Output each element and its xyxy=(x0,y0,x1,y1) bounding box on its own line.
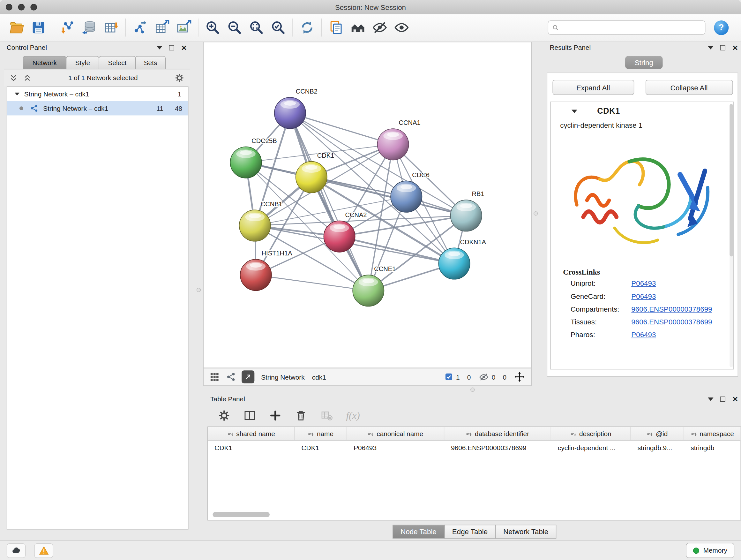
add-column-icon[interactable] xyxy=(269,409,281,422)
zoom-in-button[interactable] xyxy=(202,17,223,38)
show-all-button[interactable] xyxy=(391,17,412,38)
import-table-icon xyxy=(104,20,119,35)
memory-button[interactable]: Memory xyxy=(686,543,734,558)
grid-icon[interactable] xyxy=(209,372,219,382)
column-header-canonical-name[interactable]: canonical name xyxy=(347,427,444,440)
tab-string[interactable]: String xyxy=(625,56,663,69)
search-input[interactable] xyxy=(562,23,701,32)
string-network-icon xyxy=(30,104,39,113)
search-field[interactable] xyxy=(548,20,705,35)
import-network-database-button[interactable] xyxy=(78,17,100,38)
crosslink-pharos-link[interactable]: P06493 xyxy=(631,330,656,338)
expand-all-button[interactable]: Expand All xyxy=(552,80,634,95)
crosslink-tissues-link[interactable]: 9606.ENSP00000378699 xyxy=(631,318,712,326)
tab-edge-table[interactable]: Edge Table xyxy=(444,525,496,539)
cell-database-identifier[interactable]: 9606.ENSP00000378699 xyxy=(444,444,551,452)
table-panel: Table Panel ✕ f(x) shared name name cano… xyxy=(207,393,741,538)
network-edge[interactable] xyxy=(290,113,393,144)
network-row[interactable]: String Network – cdk1 11 48 xyxy=(7,101,188,116)
export-image-button[interactable] xyxy=(173,17,194,38)
results-panel: Results Panel ✕ String Expand All Collap… xyxy=(547,42,741,377)
network-edge[interactable] xyxy=(290,113,368,291)
left-splitter-handle[interactable] xyxy=(197,288,201,292)
apply-layout-button[interactable] xyxy=(296,17,318,38)
column-header-id[interactable]: @id xyxy=(631,427,684,440)
import-table-button[interactable] xyxy=(100,17,122,38)
close-panel-icon[interactable]: ✕ xyxy=(732,44,738,51)
right-splitter-handle[interactable] xyxy=(534,211,538,215)
network-edge[interactable] xyxy=(256,275,368,291)
minimize-window-button[interactable] xyxy=(18,4,25,10)
maximize-window-button[interactable] xyxy=(30,4,37,10)
table-settings-gear-icon[interactable] xyxy=(218,409,230,422)
close-panel-icon[interactable]: ✕ xyxy=(181,44,187,51)
crosslink-genecard-link[interactable]: P06493 xyxy=(631,292,656,300)
bottom-splitter-handle[interactable] xyxy=(470,388,475,392)
copy-button[interactable] xyxy=(325,17,347,38)
crosslink-uniprot-link[interactable]: P06493 xyxy=(631,279,656,287)
cell-id[interactable]: stringdb:9... xyxy=(631,444,684,452)
collection-expand-icon[interactable] xyxy=(15,92,19,96)
panel-menu-icon[interactable] xyxy=(708,46,714,49)
tab-node-table[interactable]: Node Table xyxy=(393,525,445,539)
crosslink-row-uniprot: Uniprot: P06493 xyxy=(570,279,733,287)
close-panel-icon[interactable]: ✕ xyxy=(732,395,738,402)
column-header-name[interactable]: name xyxy=(295,427,347,440)
column-header-shared-name[interactable]: shared name xyxy=(208,427,295,440)
tab-network[interactable]: Network xyxy=(23,56,66,69)
columns-icon[interactable] xyxy=(244,409,256,422)
zoom-selected-button[interactable] xyxy=(267,17,289,38)
entry-expand-icon[interactable] xyxy=(571,110,577,113)
zoom-fit-button[interactable] xyxy=(246,17,267,38)
delete-icon[interactable] xyxy=(295,409,307,422)
zoom-out-button[interactable] xyxy=(224,17,246,38)
share-network-icon[interactable] xyxy=(226,372,236,382)
column-header-description[interactable]: description xyxy=(551,427,631,440)
tab-sets[interactable]: Sets xyxy=(135,56,165,69)
network-edge[interactable] xyxy=(340,237,455,264)
float-panel-icon[interactable] xyxy=(720,396,725,401)
birdseye-view-button[interactable] xyxy=(242,370,254,383)
table-row[interactable]: CDK1 CDK1 P06493 9606.ENSP00000378699 cy… xyxy=(208,441,741,455)
column-header-namespace[interactable]: namespace xyxy=(684,427,740,440)
overview-button[interactable] xyxy=(347,17,368,38)
tab-style[interactable]: Style xyxy=(66,56,99,69)
hide-selected-button[interactable] xyxy=(369,17,391,38)
warnings-button[interactable] xyxy=(34,543,53,558)
float-panel-icon[interactable] xyxy=(169,45,174,50)
tab-network-table[interactable]: Network Table xyxy=(495,525,556,539)
results-scrollbar[interactable] xyxy=(730,104,733,367)
cell-namespace[interactable]: stringdb xyxy=(684,444,740,452)
toolbar-separator xyxy=(198,18,198,37)
network-graph[interactable]: CCNB2CCNA1CDC25BCDK1CDC6RB1CCNB1CCNA2CDK… xyxy=(204,42,531,368)
pan-crosshair-icon[interactable] xyxy=(515,372,524,382)
crosslink-compartments-link[interactable]: 9606.ENSP00000378699 xyxy=(631,305,712,313)
new-network-from-selection-button[interactable] xyxy=(129,17,151,38)
panel-menu-icon[interactable] xyxy=(157,46,163,49)
save-session-button[interactable] xyxy=(27,17,49,38)
network-view[interactable]: CCNB2CCNA1CDC25BCDK1CDC6RB1CCNB1CCNA2CDK… xyxy=(203,42,532,368)
tab-select[interactable]: Select xyxy=(98,56,136,69)
import-network-file-button[interactable] xyxy=(57,17,78,38)
cell-name[interactable]: CDK1 xyxy=(295,444,347,452)
protein-structure-image xyxy=(558,136,726,260)
open-session-button[interactable] xyxy=(6,17,27,38)
cell-canonical-name[interactable]: P06493 xyxy=(347,444,444,452)
column-header-database-identifier[interactable]: database identifier xyxy=(444,427,551,440)
cloud-status-button[interactable] xyxy=(7,543,26,558)
chevrons-down-icon[interactable] xyxy=(10,74,17,82)
export-table-button[interactable] xyxy=(151,17,173,38)
float-panel-icon[interactable] xyxy=(720,45,725,50)
help-button[interactable]: ? xyxy=(714,20,729,35)
chevrons-up-icon[interactable] xyxy=(23,74,31,82)
cell-description[interactable]: cyclin-dependent ... xyxy=(551,444,631,452)
panel-menu-icon[interactable] xyxy=(708,397,714,400)
close-window-button[interactable] xyxy=(6,4,12,10)
collapse-all-button[interactable]: Collapse All xyxy=(645,80,733,95)
crosslinks-title: CrossLinks xyxy=(563,268,733,276)
table-horizontal-scrollbar[interactable] xyxy=(212,512,270,517)
gear-icon[interactable] xyxy=(175,73,184,83)
network-collection-row[interactable]: String Network – cdk1 1 xyxy=(7,87,188,101)
gene-name: CDK1 xyxy=(597,106,620,116)
cell-shared-name[interactable]: CDK1 xyxy=(208,444,295,452)
